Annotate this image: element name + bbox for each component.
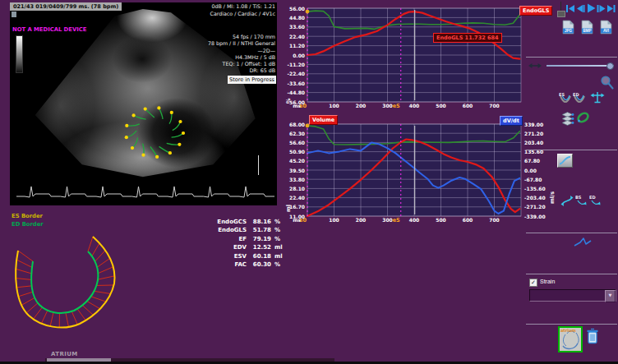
x-axis-tick: 400 [406,103,422,108]
ed-adjust-label: ED [589,195,596,200]
strain-spoke [98,276,114,279]
x-axis-tick: 300 [380,103,396,108]
view-name-label: ATRIUM [51,351,78,357]
measurement-value: 12.52 [250,244,271,251]
tracking-tail [173,122,181,131]
ed-border-icon[interactable]: ED [573,92,586,105]
tracking-point [141,154,145,157]
tracking-point [125,124,128,127]
delete-trash-icon[interactable] [586,328,599,345]
strain-spoke [66,313,69,327]
frame-counter-ribbon: 021/43 019/0409/799 ms. (78 bpm) [10,2,122,11]
y-axis-tick: 44.80 [284,15,305,21]
measurement-value: 60.18 [250,253,271,260]
measurement-unit: ml [274,253,286,260]
view-thumbnail[interactable]: atrium [558,326,583,352]
probe-line: Cardiaco / Cardiac / 4V1c [210,11,276,18]
volume-plot-area[interactable] [307,124,521,216]
zoom-slider-handle[interactable] [606,62,614,70]
y-axis-tick: 62.30 [284,131,305,136]
grayscale-bar [16,35,23,73]
es-border-label: ES [559,92,565,97]
tracking-tail [134,115,146,119]
zoom-slider-track[interactable] [547,65,614,67]
strain-spoke [87,301,100,308]
measurements-panel: EndoGCS88.16%EndoGLS51.78%EF79.19%EDV12.… [196,219,281,270]
measurement-value: 88.16 [250,219,271,225]
bs-adjust-label: BS [575,195,582,200]
tracking-point [125,136,128,139]
tracking-tail [172,133,183,137]
ed-adjust-icon[interactable]: ED [589,194,602,207]
trend-curve-icon[interactable] [574,236,593,249]
strain-checkbox[interactable]: ✓ [529,279,537,287]
imaging-settings: 54 fps / 170 mm78 bpm / II / NTHI Genera… [208,34,275,75]
strain-dropdown[interactable]: ▼ [529,289,616,302]
export-jpg-label: JPG [565,29,573,33]
tracking-point [155,155,159,159]
play-icon[interactable] [586,2,596,14]
tracking-tail [127,124,140,126]
x-axis-tick: 500 [433,103,450,108]
y-axis-tick: -22.40 [284,71,305,76]
strain-spoke [92,243,99,256]
anchor-adjust-icon[interactable] [590,91,605,104]
x-axis-tick: 500 [433,217,450,223]
strain-spoke [71,311,77,325]
curve-smoothing-button[interactable] [557,154,573,168]
measurement-value: 51.78 [250,227,271,233]
tracking-point [157,106,160,109]
skip-to-start-icon[interactable] [565,3,575,14]
strain-spoke [88,237,93,251]
loop-ellipse-icon[interactable] [575,110,591,125]
tracking-point [182,131,185,135]
x-axis-unit: ms [288,217,301,223]
tracking-tail [159,108,163,119]
y-axis-tick: 39.50 [284,168,305,173]
export-avi-icon[interactable]: AVI [600,20,612,35]
y-axis-tick: 22.40 [284,34,305,39]
export-jpg-icon[interactable]: JPG [562,20,574,35]
y-axis-tick: 33.80 [284,177,305,182]
step-forward-icon[interactable] [597,3,606,14]
y-axis-tick: 50.90 [284,149,305,154]
dropdown-arrow-icon[interactable]: ▼ [605,290,616,302]
strain-spoke [16,260,32,267]
x-axis-tick: 300 [380,217,396,223]
imaging-setting-line: TEQ: 1 / Offset: 1 dB [208,61,275,67]
frame-slider-handle[interactable] [557,11,565,17]
layers-icon[interactable] [560,111,574,126]
volume-badge: Volume [309,115,338,125]
tracking-point [168,151,172,154]
x-axis-tick: 700 [487,103,503,108]
tracking-tail [132,138,138,149]
x-axis-tick: 700 [487,217,503,223]
magnifier-icon[interactable] [600,75,615,90]
x-axis-tick: 600 [459,217,476,223]
es-border-icon[interactable]: ES [559,92,572,105]
separator [526,324,617,325]
skip-to-end-icon[interactable] [606,3,616,14]
imaging-setting-line: DR: 65 dB [208,67,275,74]
x-axis-unit: ms [288,103,301,108]
measurement-label: EndoGLS [196,227,247,233]
measurement-label: EndoGCS [196,219,247,225]
strain-spoke [16,269,31,274]
step-back-icon[interactable] [575,3,585,14]
y-axis-tick: 56.00 [284,6,305,12]
strain-spoke [97,258,110,267]
measurement-row: EF79.19% [196,236,281,244]
imaging-setting-line: 78 bpm / II / NTHI General [208,40,275,47]
measurement-unit: ml [274,244,286,251]
spline-adjust-icon[interactable] [560,194,574,207]
tracking-tail [150,147,157,157]
strain-spoke [94,291,110,293]
strain-plot-area[interactable] [307,8,521,102]
measurement-label: FAC [196,261,247,268]
bs-adjust-icon[interactable]: BS [575,194,588,207]
separator [526,57,617,58]
measurement-label: ESV [196,253,247,260]
export-bmp-icon[interactable]: BMP [581,20,593,35]
strain-fan-diagram [10,233,133,333]
depth-marker [258,155,259,175]
